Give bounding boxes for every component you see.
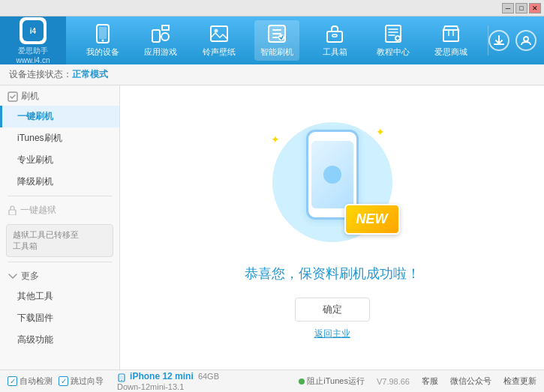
- device-name: iPhone 12 mini: [130, 371, 194, 382]
- support-link[interactable]: 客服: [422, 376, 438, 387]
- phone-icon: [92, 23, 114, 44]
- sidebar-jailbreak-title: 一键越狱: [0, 199, 119, 220]
- wallpaper-icon: [208, 23, 230, 44]
- svg-point-6: [161, 33, 169, 40]
- auto-detect-checkbox-box: [8, 376, 17, 386]
- sidebar-item-advanced[interactable]: 高级功能: [0, 329, 119, 351]
- logo[interactable]: i4 爱思助手 www.i4.cn: [0, 16, 66, 64]
- bottom-bar: 自动检测 跳过向导 iPhone 12 mini 64GB Down-12min…: [0, 370, 544, 392]
- smart-flash-icon: [266, 23, 288, 44]
- svg-point-21: [121, 379, 122, 381]
- svg-rect-20: [120, 376, 123, 379]
- nav-item-apps-games[interactable]: 应用游戏: [138, 20, 183, 61]
- itunes-dot: [299, 379, 305, 385]
- status-label: 设备连接状态：: [9, 68, 72, 81]
- sidebar-more-title: 更多: [0, 265, 119, 286]
- sparkle-2: ✦: [376, 126, 385, 138]
- user-button[interactable]: [515, 30, 536, 51]
- svg-rect-5: [152, 30, 160, 42]
- main-wrapper: 刷机 一键刷机 iTunes刷机 专业刷机 降级刷机 一键越狱: [0, 85, 544, 370]
- check-update-link[interactable]: 检查更新: [503, 376, 536, 387]
- nav-items: 我的设备 应用游戏 铃声壁纸: [66, 20, 488, 61]
- new-badge: NEW: [344, 204, 400, 235]
- sidebar-item-itunes-flash[interactable]: iTunes刷机: [0, 127, 119, 149]
- content-wrapper: 刷机 一键刷机 iTunes刷机 专业刷机 降级刷机 一键越狱: [0, 85, 544, 370]
- status-value: 正常模式: [72, 68, 108, 81]
- nav-item-tutorial[interactable]: 教程中心: [371, 20, 416, 61]
- sidebar-divider-2: [8, 262, 112, 262]
- svg-point-8: [214, 29, 218, 33]
- sidebar: 刷机 一键刷机 iTunes刷机 专业刷机 降级刷机 一键越狱: [0, 85, 120, 370]
- nav-item-wallpaper[interactable]: 铃声壁纸: [197, 20, 242, 61]
- nav-label-my-device: 我的设备: [86, 46, 119, 58]
- status-bar: 设备连接状态： 正常模式: [0, 64, 544, 85]
- logo-brand: 爱思助手: [18, 46, 48, 56]
- nav-label-store: 爱思商城: [434, 46, 467, 58]
- success-text: 恭喜您，保资料刷机成功啦！: [245, 265, 420, 283]
- download-button[interactable]: [488, 30, 509, 51]
- nav-item-smart-flash[interactable]: 智能刷机: [254, 20, 299, 61]
- phone-screen: [311, 141, 353, 208]
- device-info: iPhone 12 mini 64GB Down-12mini-13.1: [117, 371, 219, 391]
- nav-item-toolbox[interactable]: 工具箱: [312, 20, 357, 61]
- auto-detect-checkbox[interactable]: 自动检测: [8, 376, 53, 387]
- nav-label-smart-flash: 智能刷机: [260, 46, 293, 58]
- tutorial-icon: [382, 23, 404, 44]
- auto-detect-label: 自动检测: [20, 376, 53, 387]
- sidebar-item-other-tools[interactable]: 其他工具: [0, 286, 119, 307]
- confirm-button[interactable]: 确定: [295, 298, 370, 322]
- guide-checkbox-box: [59, 376, 68, 386]
- svg-rect-12: [332, 34, 337, 37]
- version-text: V7.98.66: [377, 377, 410, 386]
- svg-rect-7: [211, 26, 227, 41]
- wechat-link[interactable]: 微信公众号: [450, 376, 491, 387]
- nav-label-tutorial: 教程中心: [377, 46, 410, 58]
- svg-point-16: [524, 37, 528, 41]
- itunes-status: 阻止iTunes运行: [299, 376, 365, 387]
- svg-text:i4: i4: [30, 27, 37, 35]
- nav-label-toolbox: 工具箱: [323, 46, 347, 58]
- phone-illustration: NEW ✦ ✦: [265, 115, 400, 250]
- device-storage: 64GB: [196, 372, 219, 381]
- device-model: Down-12mini-13.1: [117, 382, 184, 391]
- back-home-link[interactable]: 返回主业: [314, 328, 350, 340]
- title-bar: ─ □ ✕: [0, 0, 544, 16]
- sparkle-1: ✦: [271, 133, 280, 145]
- nav-label-wallpaper: 铃声壁纸: [203, 46, 236, 58]
- sidebar-divider-1: [8, 196, 112, 196]
- guide-label: 跳过向导: [71, 376, 104, 387]
- apps-icon: [149, 23, 172, 44]
- nav-item-store[interactable]: 爱思商城: [428, 20, 473, 61]
- sidebar-item-downgrade-flash[interactable]: 降级刷机: [0, 171, 119, 193]
- sidebar-item-one-click-flash[interactable]: 一键刷机: [0, 106, 119, 127]
- guide-checkbox[interactable]: 跳过向导: [59, 376, 104, 387]
- bottom-left: 自动检测 跳过向导 iPhone 12 mini 64GB Down-12min…: [8, 371, 299, 391]
- sidebar-item-pro-flash[interactable]: 专业刷机: [0, 149, 119, 171]
- svg-rect-18: [9, 210, 16, 215]
- svg-rect-15: [443, 30, 458, 41]
- minimize-button[interactable]: ─: [502, 3, 514, 13]
- nav-right: [488, 30, 544, 51]
- top-nav: i4 爱思助手 www.i4.cn 我的设备: [0, 16, 544, 64]
- logo-icon: i4: [20, 17, 47, 44]
- maximize-button[interactable]: □: [515, 3, 527, 13]
- bottom-right: 阻止iTunes运行 V7.98.66 客服 微信公众号 检查更新: [299, 376, 536, 387]
- sidebar-flash-title: 刷机: [0, 85, 119, 106]
- svg-point-4: [101, 40, 104, 42]
- store-icon: [440, 23, 462, 44]
- nav-label-apps-games: 应用游戏: [144, 46, 177, 58]
- sidebar-jailbreak-notice: 越狱工具已转移至工具箱: [6, 224, 113, 257]
- sidebar-item-download-firmware[interactable]: 下载固件: [0, 307, 119, 329]
- toolbox-icon: [323, 23, 346, 44]
- content-area: NEW ✦ ✦ 恭喜您，保资料刷机成功啦！ 确定 返回主业: [120, 85, 544, 370]
- svg-rect-3: [99, 27, 107, 39]
- logo-url: www.i4.cn: [16, 56, 50, 64]
- close-button[interactable]: ✕: [529, 3, 541, 13]
- nav-item-my-device[interactable]: 我的设备: [80, 20, 125, 61]
